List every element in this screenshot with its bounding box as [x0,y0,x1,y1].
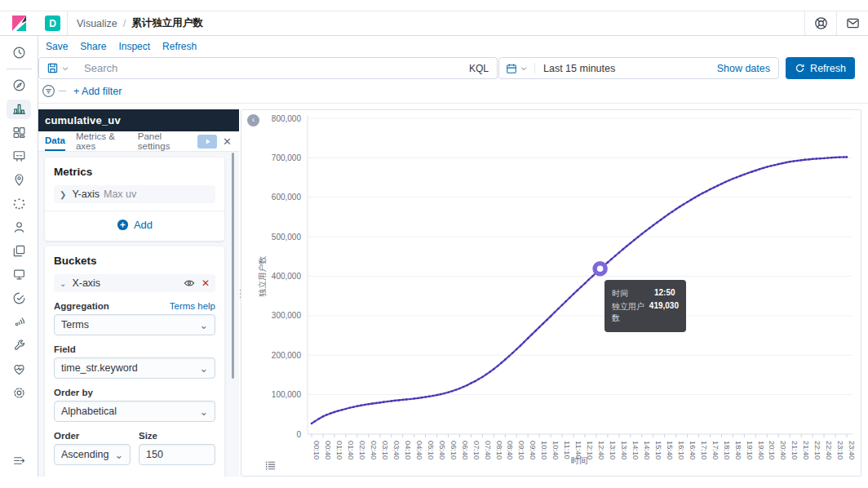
help-icon[interactable] [805,11,836,35]
data-point [405,398,408,401]
add-metric-button[interactable]: Add [54,211,215,233]
editor-scrollbar[interactable] [232,153,234,379]
kibana-logo-icon[interactable] [0,15,38,32]
data-point [394,400,396,402]
field-select[interactable]: time_str.keyword⌄ [54,357,215,379]
main-content: cumulative_uv Data Metrics & axes Panel … [38,103,868,477]
sidebar-maps-icon[interactable] [7,171,31,190]
bucket-x-axis-row[interactable]: ⌄ X-axis ✕ [54,274,215,292]
add-filter-button[interactable]: + Add filter [73,86,122,97]
data-point [804,158,807,161]
sidebar-metrics-icon[interactable] [7,242,31,261]
data-point [633,239,636,242]
sidebar-visualize-icon[interactable] [7,100,31,119]
inspect-button[interactable]: Inspect [118,41,150,52]
save-button[interactable]: Save [46,41,68,52]
topbar-right [804,11,868,35]
data-point [773,164,776,166]
sidebar-machine-learning-icon[interactable] [7,194,31,214]
chevron-down-icon [61,64,69,73]
data-point [542,322,545,325]
apply-changes-button[interactable] [197,135,217,149]
tooltip-time-value: 12:50 [654,288,675,299]
data-point [569,296,571,299]
cumulative-uv-chart[interactable]: 0100,000200,000300,000400,000500,000600,… [241,110,861,477]
tab-data[interactable]: Data [45,132,65,151]
data-point [816,157,818,160]
x-tick-label: 10:40 [551,441,560,459]
app-badge[interactable]: D [45,16,60,31]
size-input[interactable]: 150 [139,444,215,465]
sidebar-stack-monitoring-icon[interactable] [7,360,31,379]
sidebar-recent-icon[interactable] [7,43,31,63]
data-point [440,393,442,396]
data-point [538,326,541,329]
highlighted-point[interactable] [595,264,605,274]
metrics-card: Metrics ❯ Y-axis Max uv Add [45,157,224,241]
kql-badge[interactable]: KQL [469,63,489,74]
eye-icon[interactable] [184,277,195,289]
sidebar-canvas-icon[interactable] [7,147,31,166]
data-point [614,255,617,257]
data-point [554,312,556,314]
x-tick-label: 16:40 [689,441,697,459]
sidebar-discover-icon[interactable] [7,76,31,95]
sidebar-logs-icon[interactable] [7,265,31,285]
sidebar-collapse-icon[interactable] [7,450,31,470]
data-point [322,415,325,418]
search-input[interactable]: Search KQL [76,57,498,79]
collapse-editor-icon[interactable]: ‹ [247,114,259,126]
data-point [728,180,731,182]
date-quick-select-button[interactable] [506,63,535,74]
data-point [800,159,803,162]
aggregation-select[interactable]: Terms⌄ [54,314,215,335]
order-select[interactable]: Ascending⌄ [54,444,131,465]
data-point [796,160,799,162]
sidebar-dashboard-icon[interactable] [7,123,31,143]
metric-y-axis-row[interactable]: ❯ Y-axis Max uv [54,185,215,203]
data-point [766,166,768,168]
sidebar-uptime-icon[interactable] [7,289,31,308]
search-placeholder: Search [84,62,469,74]
sidebar-management-icon[interactable] [7,384,31,403]
order-by-select[interactable]: Alphabetical⌄ [54,401,215,422]
data-point [826,157,829,159]
x-tick-label: 18:40 [734,441,742,459]
data-point [607,261,609,264]
y-tick-label: 800,000 [272,114,302,123]
filter-options-icon[interactable] [42,84,55,98]
mail-icon[interactable] [837,11,868,35]
saved-query-menu-button[interactable] [38,57,77,79]
sidebar-divider [7,69,32,69]
data-point [580,286,582,288]
refresh-menu-button[interactable]: Refresh [162,41,197,52]
tab-metrics-axes[interactable]: Metrics & axes [76,128,127,155]
remove-bucket-icon[interactable]: ✕ [202,277,210,289]
data-point [504,358,507,361]
time-range-value[interactable]: Last 15 minutes [535,63,717,74]
data-point [345,408,348,410]
data-point [706,190,708,193]
legend-toggle-icon[interactable] [264,459,277,472]
sidebar-apm-icon[interactable] [7,313,31,332]
sidebar-dev-tools-icon[interactable] [7,336,31,356]
tab-panel-settings[interactable]: Panel settings [138,128,187,155]
data-point [610,258,613,260]
show-dates-button[interactable]: Show dates [717,63,770,74]
data-point [561,304,564,307]
terms-help-link[interactable]: Terms help [170,301,215,311]
data-point [587,279,590,282]
data-point [618,251,621,254]
sidebar-graph-icon[interactable] [7,218,31,237]
refresh-button[interactable]: Refresh [786,57,855,79]
data-point [318,418,321,420]
x-tick-label: 05:40 [438,441,446,459]
data-point [417,397,419,400]
data-point [686,201,689,203]
data-point [622,248,624,251]
discard-changes-button[interactable]: ✕ [217,135,239,148]
share-button[interactable]: Share [80,41,106,52]
chart-panel: ‹ 0100,000200,000300,000400,000500,00060… [241,109,861,477]
data-point [477,378,480,380]
breadcrumb-visualize[interactable]: Visualize [77,18,117,29]
